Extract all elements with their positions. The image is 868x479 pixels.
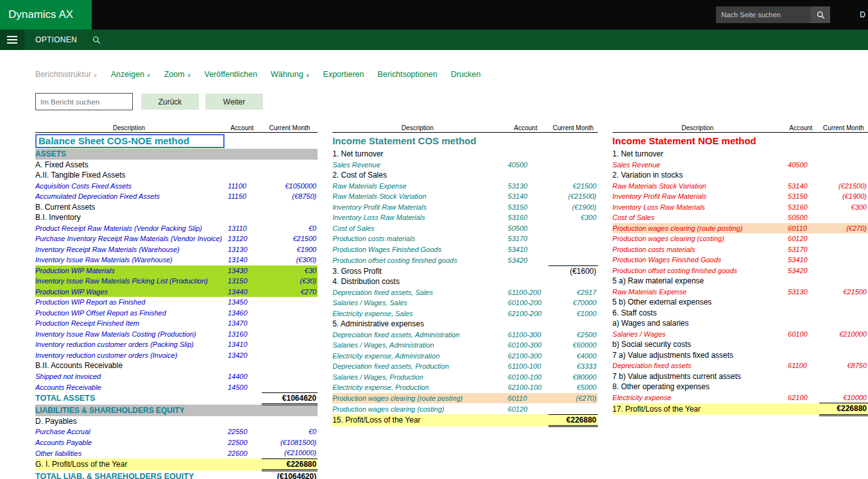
report-row: Raw Materials Stock Variation53140(€2150… [613,181,868,192]
account-initial[interactable]: D [860,10,865,19]
cell-amt [262,160,318,171]
cell-acct: 53410 [783,255,819,265]
report-row: Depreciation fixed assets, Production611… [332,361,597,372]
cell-amt [819,308,868,319]
toolbar-link-label: Berichtsoptionen [378,70,438,79]
cell-amt: (€1064620) [262,471,318,479]
report-search-input[interactable] [35,93,133,110]
hamburger-menu-icon[interactable] [0,29,24,50]
cell-desc: Salaries / Wages [613,329,783,340]
report-row: 2. Variation in stocks [613,170,868,181]
cell-desc: Raw Materials Expense [613,287,783,298]
column-header-description: Description [332,122,502,133]
report-row: G. I. Profit/Loss of the Year€226880 [35,458,318,471]
panel-title-cell: Income Statement NOE method [613,133,868,149]
back-button[interactable]: Zurück [141,94,199,110]
cell-amt [549,223,597,234]
report-row: Salaries / Wages60100€210000 [613,329,868,340]
cell-desc: D. Payables [35,416,223,427]
column-header-description: Description [35,122,223,133]
cell-amt [549,233,597,244]
cell-amt: (€30) [262,276,318,287]
toolbar-link-w-hrung[interactable]: Währung∨ [271,70,310,79]
cell-amt [262,308,318,319]
menu-search-icon[interactable] [92,36,101,44]
report-row: 7 b) Value adjustments current assets [613,371,868,382]
chevron-down-icon: ∨ [306,72,310,78]
column-header-account: Account [503,122,549,133]
page-search [716,6,830,23]
cell-desc: B.I. Inventory [35,212,223,223]
report-row: Production wages clearing (route posting… [613,223,868,234]
panel-title-row: Income Statement NOE method [613,133,868,149]
cell-amt [819,318,868,329]
cell-amt [819,382,868,392]
toolbar-link-ver-ffentlichen[interactable]: Veröffentlichen [205,70,257,79]
column-header-account: Account [783,122,819,133]
report-row: 6. Staff costs [613,308,868,319]
cell-desc: TOTAL LIAB. & SHAREHOLDERS EQUITY [35,471,223,479]
cell-amt [819,265,868,276]
cell-amt [549,170,597,181]
cell-desc: Production Wages Finished Goods [332,244,502,255]
cell-acct [783,170,819,181]
report-row: Production Wages Finished Goods53410 [332,244,597,255]
title-bar: Dynamics AX D [0,0,868,29]
cell-amt [262,360,318,371]
cell-amt: €60000 [549,340,597,351]
cell-amt [262,382,318,392]
cell-desc: 1. Net turnover [613,149,783,160]
cell-amt: €0 [262,223,318,234]
cell-desc: b) Social security costs [613,339,783,350]
cell-amt [262,339,318,350]
cell-acct: 53140 [503,191,549,202]
app-logo[interactable]: Dynamics AX [0,0,92,29]
cell-amt: €8750 [819,360,868,371]
cell-desc: 5 a) Raw material expense [613,276,783,287]
cell-acct: 60100-300 [503,340,549,351]
toolbar-link-label: Anzeigen [111,70,144,79]
report-row: Purchase Accrual22550€0 [35,426,318,437]
report-row: 7 a) Value adjustments fixed assets [613,350,868,361]
menu-item-optionen[interactable]: OPTIONEN [35,35,77,44]
report-row: B. Current Assets [35,202,318,213]
toolbar-link-berichtsstruktur[interactable]: Berichtsstruktur∨ [35,70,98,79]
report-row: 4. Distribution costs [332,276,597,287]
cell-amt [262,212,318,223]
cell-desc: Production wages clearing (costing) [332,403,502,414]
cell-acct: 13430 [223,265,262,276]
cell-desc: Electricity expense, Production [332,382,502,393]
page-search-input[interactable] [716,6,811,23]
toolbar-link-anzeigen[interactable]: Anzeigen∨ [111,70,151,79]
toolbar-link-exportieren[interactable]: Exportieren [323,70,364,79]
report-row: Inventory Receipt Raw Materials (Warehou… [35,244,318,255]
cell-desc: Purchase Inventory Receipt Raw Materials… [35,233,223,244]
cell-desc: B.II. Accounts Receivable [35,360,223,371]
cell-amt: €3333 [549,361,597,372]
toolbar-link-label: Drucken [451,70,481,79]
page-search-button[interactable] [811,6,830,23]
cell-amt [819,244,868,255]
report-row: Acquisition Costs Fixed Assets11100€1050… [35,181,318,192]
cell-amt: €5000 [549,382,597,393]
cell-acct [223,160,262,171]
toolbar-link-zoom[interactable]: Zoom∨ [164,70,191,79]
cell-desc: A. Fixed Assets [35,160,223,171]
report-row: Production WIP Offset Report as Finished… [35,308,318,319]
cell-amt: (€210000) [262,448,318,458]
cell-acct: 62100-300 [503,351,549,362]
cell-desc: Acquisition Costs Fixed Assets [35,181,223,192]
report-row: TOTAL LIAB. & SHAREHOLDERS EQUITY(€10646… [35,471,318,479]
cell-acct: 13450 [223,297,262,308]
cell-acct [223,392,262,405]
next-button[interactable]: Weiter [205,94,263,110]
cell-acct: 53170 [783,244,819,255]
cell-amt: (€1900) [819,191,868,202]
cell-amt: €300 [819,202,868,213]
cell-desc: Depreciation fixed assets [613,360,783,371]
cell-amt: (€21500) [549,191,597,202]
report-row: Accounts Payable22500(€1081500) [35,437,318,448]
toolbar-link-drucken[interactable]: Drucken [451,70,481,79]
toolbar-link-berichtsoptionen[interactable]: Berichtsoptionen [378,70,438,79]
chevron-down-icon: ∨ [94,72,98,78]
